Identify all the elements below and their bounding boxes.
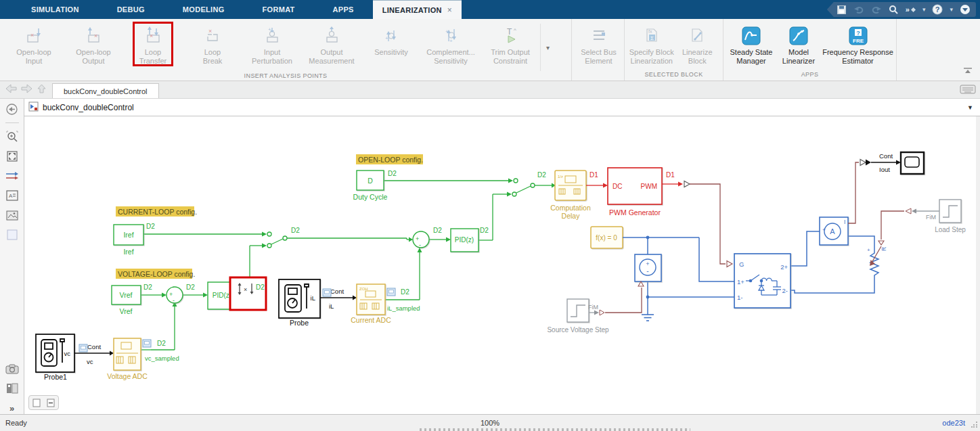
palette-divider	[5, 122, 19, 123]
loop-break-icon: ×	[202, 24, 223, 48]
tab-linearization-label: LINEARIZATION	[382, 6, 442, 14]
save-icon[interactable]	[837, 5, 847, 15]
tab-debug[interactable]: DEBUG	[98, 0, 164, 19]
voltage-source-block[interactable]: + -	[635, 254, 661, 281]
linearize-block-button[interactable]: Linearize Block	[675, 22, 721, 66]
annotation-current-loop-config[interactable]: CURRENT-LOOP config.	[116, 206, 197, 217]
solver-configuration-block[interactable]: f(x) = 0	[591, 227, 623, 248]
page-remove-icon[interactable]	[45, 397, 57, 408]
tab-linearization[interactable]: LINEARIZATION ×	[373, 0, 462, 19]
model-linearizer-button[interactable]: Model Linearizer	[775, 22, 822, 66]
ammeter-block[interactable]: A + I	[820, 217, 848, 245]
expand-palette-icon[interactable]: »	[5, 402, 19, 414]
annotation-open-loop-config[interactable]: OPEN-LOOP config.	[356, 154, 423, 164]
up-to-parent-icon[interactable]	[37, 84, 47, 96]
open-loop-output-icon: ×	[83, 24, 104, 48]
duty-cycle-block[interactable]: D Duty Cycle	[353, 171, 388, 201]
breadcrumb-model-name[interactable]: buckConv_doubleControl	[43, 103, 134, 112]
converter-block[interactable]: G 1+ 1- 2+ 2-	[734, 254, 790, 308]
probe1-block[interactable]: vc Probe1	[36, 334, 74, 381]
tab-format[interactable]: FORMAT	[244, 0, 314, 19]
loop-transfer-button[interactable]: × Loop Transfer	[123, 22, 183, 66]
specify-block-linearization-button[interactable]: fxΣ Specify Block Linearization	[629, 22, 675, 66]
svg-text:Computation: Computation	[550, 204, 591, 212]
loop-transfer-marker-highlight[interactable]: × D2	[230, 277, 266, 310]
resize-grip[interactable]	[971, 421, 978, 429]
select-bus-element-button[interactable]: Select Bus Element	[576, 22, 621, 66]
breadcrumb-dropdown-icon[interactable]: ▼	[967, 104, 973, 111]
svg-text:2-: 2-	[782, 287, 788, 294]
linearize-block-icon	[687, 24, 707, 48]
computation-delay-block[interactable]: 1/z Computation Delay	[550, 171, 591, 220]
variable-resistor[interactable]: +	[867, 247, 878, 284]
keyboard-shortcuts-icon[interactable]	[960, 84, 976, 97]
help-icon[interactable]: ?	[932, 4, 943, 15]
iout-label: Iout	[879, 166, 890, 173]
svg-text:CURRENT-LOOP config.: CURRENT-LOOP config.	[118, 208, 197, 216]
sensitivity-button[interactable]: + Sensitivity	[361, 22, 421, 57]
input-perturbation-button[interactable]: + Input Perturbation	[242, 22, 302, 66]
loop-break-button[interactable]: × Loop Break	[183, 22, 242, 66]
frequency-response-estimator-button[interactable]: ?FRE Frequency Response Estimator	[822, 22, 893, 66]
green-signal-wires[interactable]	[141, 181, 552, 350]
document-tab[interactable]: buckConv_doubleControl	[52, 83, 159, 98]
insert-analysis-points-caret[interactable]: ▾	[540, 24, 555, 71]
fit-to-view-icon[interactable]	[5, 150, 19, 162]
current-sum-block[interactable]: + -	[413, 231, 429, 248]
voltage-adc-block[interactable]: Voltage ADC	[107, 338, 148, 380]
search-icon[interactable]	[889, 5, 899, 15]
zoom-region-icon[interactable]	[5, 131, 19, 143]
hide-explorer-bar-icon[interactable]	[5, 103, 19, 115]
steady-state-manager-icon	[742, 24, 761, 48]
viewmark-camera-icon[interactable]	[5, 363, 19, 375]
gate-physical-wire[interactable]	[690, 184, 726, 264]
redo-icon[interactable]	[871, 5, 882, 14]
tab-apps[interactable]: APPS	[314, 0, 373, 19]
tab-close-icon[interactable]: ×	[447, 5, 452, 15]
minimize-toolstrip-icon[interactable]	[960, 4, 971, 15]
current-adc-block[interactable]: ZOH Current ADC	[351, 284, 391, 324]
undo-icon[interactable]	[853, 5, 864, 14]
tool-palette: A »	[0, 99, 24, 414]
steady-state-manager-button[interactable]: Steady State Manager	[728, 22, 775, 66]
signal-lines-icon[interactable]	[5, 170, 19, 182]
model-canvas[interactable]: OPEN-LOOP config. CURRENT-LOOP config. V…	[24, 116, 980, 414]
forward-icon[interactable]	[21, 84, 32, 96]
open-loop-input-button[interactable]: × Open-loop Input	[4, 22, 64, 66]
trim-output-constraint-button[interactable]: T^ Trim Output Constraint	[481, 22, 540, 66]
model-browser-icon[interactable]	[5, 382, 19, 394]
pid-current-block[interactable]: PID(z) D2	[451, 227, 489, 252]
svg-text:D2: D2	[433, 227, 442, 234]
page-icon[interactable]	[30, 397, 43, 408]
help-caret-icon[interactable]: ▾	[950, 6, 953, 13]
svg-text:Delay: Delay	[562, 212, 581, 220]
status-solver[interactable]: ode23t	[942, 419, 965, 427]
scope-block[interactable]	[901, 152, 924, 174]
pwm-generator-block[interactable]: DC PWM PWM Generator	[608, 168, 662, 217]
fim-label: FiM	[926, 214, 936, 221]
tab-simulation[interactable]: SIMULATION	[12, 0, 98, 19]
source-voltage-step-block[interactable]: Source Voltage Step	[547, 299, 609, 334]
area-box-icon[interactable]	[5, 229, 19, 241]
svg-text:Probe: Probe	[290, 319, 309, 327]
more-tools-icon[interactable]: »	[906, 5, 916, 14]
open-loop-output-button[interactable]: × Open-loop Output	[64, 22, 123, 66]
ground-symbol[interactable]	[642, 315, 654, 321]
output-measurement-button[interactable]: Output Measurement	[302, 22, 361, 66]
complementary-sensitivity-button[interactable]: ++ Complement... Sensitivity	[421, 22, 481, 66]
iref-block[interactable]: Iref Iref	[114, 225, 143, 256]
annotation-voltage-loop-config[interactable]: VOLTAGE-LOOP config.	[116, 269, 195, 279]
tab-modeling[interactable]: MODELING	[164, 0, 244, 19]
model-icon	[28, 101, 39, 114]
voltage-sum-block[interactable]: + -	[166, 287, 183, 304]
annotation-icon[interactable]: A	[5, 189, 19, 202]
image-icon[interactable]	[5, 209, 19, 221]
svg-text:Vref: Vref	[120, 307, 133, 315]
probe-block[interactable]: iL Probe	[279, 279, 320, 327]
manual-switch-contacts[interactable]	[267, 179, 535, 248]
collapse-ribbon-icon[interactable]	[962, 66, 973, 78]
load-step-block[interactable]: Load Step	[935, 200, 966, 233]
back-icon[interactable]	[5, 84, 17, 96]
vref-block[interactable]: Vref Vref	[112, 286, 141, 315]
more-tools-caret-icon[interactable]: ▾	[922, 6, 926, 13]
